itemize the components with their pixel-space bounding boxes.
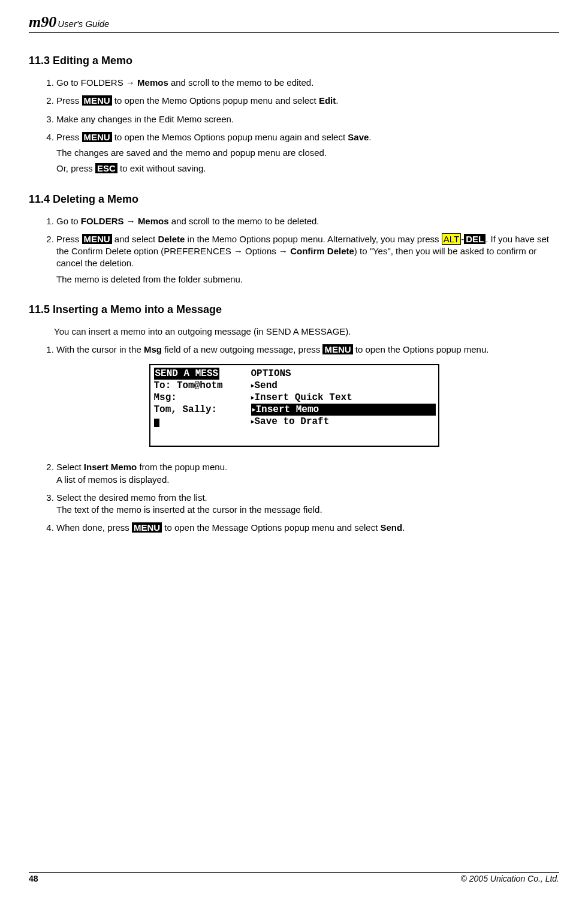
text: from the popup menu. bbox=[137, 462, 227, 472]
menu-key: MENU bbox=[82, 95, 112, 106]
text: . bbox=[336, 95, 338, 106]
text: . bbox=[402, 522, 405, 533]
page-header: m90 User's Guide bbox=[29, 13, 559, 33]
section-11-3-steps: Go to FOLDERS → Memos and scroll to the … bbox=[56, 77, 559, 175]
text: and scroll to the memo to be edited. bbox=[168, 77, 314, 88]
logo: m90 bbox=[29, 13, 56, 31]
bold: Delete bbox=[158, 234, 185, 244]
option-save-to-draft: Save to Draft bbox=[255, 416, 330, 427]
screen-body: Tom, Sally: bbox=[154, 404, 245, 416]
text: → bbox=[124, 216, 138, 226]
text: The memo is deleted from the folder subm… bbox=[56, 273, 559, 285]
bold: Send bbox=[381, 522, 403, 533]
step-11-5-3: Select the desired memo from the list. T… bbox=[56, 492, 559, 516]
text: . bbox=[369, 132, 371, 142]
text: Make any changes in the Edit Memo screen… bbox=[56, 114, 234, 124]
del-key: DEL bbox=[464, 234, 486, 244]
section-11-5-steps-a: With the cursor in the Msg field of a ne… bbox=[56, 344, 559, 356]
bold: Edit bbox=[319, 95, 336, 106]
step-11-5-1: With the cursor in the Msg field of a ne… bbox=[56, 344, 559, 356]
guide-title: User's Guide bbox=[58, 19, 109, 29]
text: to open the Message Options popup menu a… bbox=[162, 522, 380, 533]
screen-to-line: To: Tom@hotm bbox=[154, 380, 245, 392]
bold: Memos bbox=[138, 216, 169, 226]
step-11-3-4: Press MENU to open the Memos Options pop… bbox=[56, 131, 559, 175]
bold: Memos bbox=[137, 77, 168, 88]
text: Select the desired memo from the list. bbox=[56, 492, 207, 503]
option-insert-memo: Insert Memo bbox=[256, 404, 319, 415]
text: A list of memos is displayed. bbox=[56, 474, 559, 486]
bold: Confirm Delete bbox=[290, 246, 354, 256]
text: to exit without saving. bbox=[117, 163, 206, 173]
text: When done, press bbox=[56, 522, 132, 533]
bold: Msg bbox=[144, 344, 162, 354]
text: Or, press ESC to exit without saving. bbox=[56, 163, 559, 175]
text: Select bbox=[56, 462, 84, 472]
bold: Insert Memo bbox=[84, 462, 137, 472]
menu-key: MENU bbox=[82, 132, 112, 142]
text: The text of the memo is inserted at the … bbox=[56, 504, 559, 516]
section-11-5-steps-b: Select Insert Memo from the popup menu. … bbox=[56, 461, 559, 534]
text: The changes are saved and the memo and p… bbox=[56, 147, 559, 159]
step-11-5-4: When done, press MENU to open the Messag… bbox=[56, 522, 559, 534]
text: Press bbox=[56, 95, 82, 106]
step-11-3-1: Go to FOLDERS → Memos and scroll to the … bbox=[56, 77, 559, 89]
copyright: © 2005 Unication Co., Ltd. bbox=[461, 874, 559, 883]
text: in the Memo Options popup menu. Alternat… bbox=[185, 234, 441, 244]
section-11-5-intro: You can insert a memo into an outgoing m… bbox=[54, 326, 559, 338]
section-11-5-title: 11.5 Inserting a Memo into a Message bbox=[29, 303, 559, 316]
screen-title: SEND A MESS bbox=[154, 368, 220, 380]
section-11-4-steps: Go to FOLDERS → Memos and scroll to the … bbox=[56, 215, 559, 285]
bold: FOLDERS bbox=[81, 216, 124, 226]
section-11-4-title: 11.4 Deleting a Memo bbox=[29, 193, 559, 206]
device-screen: SEND A MESS To: Tom@hotm Msg: Tom, Sally… bbox=[149, 364, 439, 447]
text: With the cursor in the bbox=[56, 344, 144, 354]
text: to open the Options popup menu. bbox=[353, 344, 489, 354]
step-11-3-3: Make any changes in the Edit Memo screen… bbox=[56, 113, 559, 125]
text: and select bbox=[112, 234, 158, 244]
text: Or, press bbox=[56, 163, 95, 173]
text: to open the Memo Options popup menu and … bbox=[112, 95, 319, 106]
section-11-3-title: 11.3 Editing a Memo bbox=[29, 55, 559, 67]
options-title: OPTIONS bbox=[251, 368, 436, 380]
menu-key: MENU bbox=[82, 234, 112, 244]
text: Press bbox=[56, 234, 82, 244]
screen-options-pane: OPTIONS Send Insert Quick Text Insert Me… bbox=[248, 365, 438, 446]
esc-key: ESC bbox=[95, 163, 117, 173]
option-send: Send bbox=[255, 380, 278, 391]
alt-key: ALT bbox=[442, 233, 461, 245]
text: and scroll to the memo to be deleted. bbox=[169, 216, 319, 226]
step-11-4-2: Press MENU and select Delete in the Memo… bbox=[56, 233, 559, 285]
step-11-4-1: Go to FOLDERS → Memos and scroll to the … bbox=[56, 215, 559, 227]
menu-key: MENU bbox=[322, 344, 352, 354]
text: to open the Memos Options popup menu aga… bbox=[112, 132, 348, 142]
text: Press bbox=[56, 132, 82, 142]
cursor-icon bbox=[154, 419, 159, 427]
text: Go to bbox=[56, 216, 81, 226]
bold: Save bbox=[348, 132, 369, 142]
page-footer: 48 © 2005 Unication Co., Ltd. bbox=[29, 872, 559, 883]
text: Go to FOLDERS → bbox=[56, 77, 137, 88]
step-11-3-2: Press MENU to open the Memo Options popu… bbox=[56, 95, 559, 107]
text: field of a new outgoing message, press bbox=[162, 344, 323, 354]
menu-key: MENU bbox=[132, 522, 162, 533]
page-number: 48 bbox=[29, 874, 38, 883]
option-insert-quick-text: Insert Quick Text bbox=[255, 392, 352, 403]
step-11-5-2: Select Insert Memo from the popup menu. … bbox=[56, 461, 559, 486]
screen-msg-label: Msg: bbox=[154, 392, 245, 404]
screen-left-pane: SEND A MESS To: Tom@hotm Msg: Tom, Sally… bbox=[150, 365, 248, 446]
